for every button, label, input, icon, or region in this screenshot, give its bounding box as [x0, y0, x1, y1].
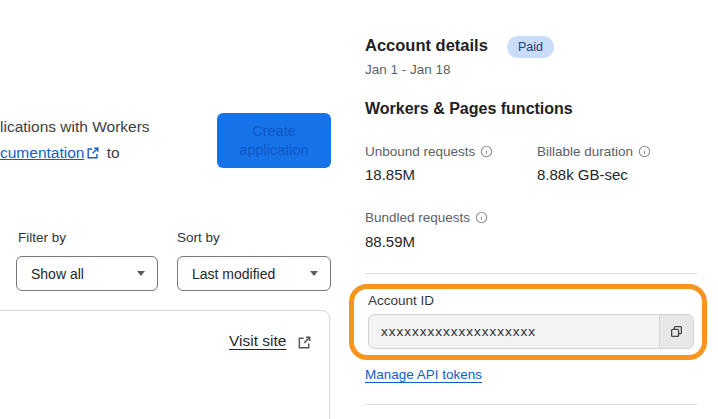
info-icon[interactable]: [475, 211, 488, 224]
info-icon[interactable]: [480, 145, 493, 158]
filter-dropdown-value: Show all: [31, 266, 84, 282]
visit-site-link[interactable]: Visit site: [229, 332, 286, 350]
info-icon[interactable]: [638, 145, 651, 158]
external-link-icon: [297, 335, 311, 349]
copy-icon: [669, 324, 684, 339]
documentation-link[interactable]: cumentation: [0, 144, 84, 161]
sort-dropdown-value: Last modified: [192, 266, 275, 282]
copy-button[interactable]: [659, 315, 693, 348]
account-details-title: Account details: [365, 36, 488, 55]
intro-text: lications with Workers cumentation to: [0, 114, 210, 166]
bundled-requests-label: Bundled requests: [365, 210, 488, 225]
manage-api-tokens-link[interactable]: Manage API tokens: [365, 367, 482, 382]
project-card: [0, 310, 330, 419]
workers-pages-dashboard: lications with Workers cumentation to Cr…: [0, 0, 718, 419]
chevron-down-icon: [137, 271, 145, 276]
paid-badge: Paid: [507, 36, 554, 58]
chevron-down-icon: [310, 271, 318, 276]
intro-line2-suffix: to: [107, 144, 120, 161]
sort-by-label: Sort by: [177, 230, 220, 245]
account-id-label: Account ID: [368, 293, 434, 308]
unbound-requests-label: Unbound requests: [365, 144, 493, 159]
filter-by-label: Filter by: [18, 230, 66, 245]
account-id-input[interactable]: [369, 315, 659, 348]
workers-pages-functions-title: Workers & Pages functions: [365, 100, 573, 118]
divider: [365, 273, 697, 274]
unbound-requests-value: 18.85M: [365, 166, 415, 183]
bundled-requests-value: 88.59M: [365, 233, 415, 250]
date-range: Jan 1 - Jan 18: [365, 62, 451, 77]
filter-dropdown[interactable]: Show all: [16, 256, 158, 291]
create-application-button[interactable]: Create application: [217, 113, 331, 168]
divider: [365, 404, 697, 405]
intro-line1: lications with Workers: [0, 118, 150, 135]
account-id-field-group: [368, 314, 694, 349]
billable-duration-value: 8.88k GB-sec: [537, 166, 628, 183]
sort-dropdown[interactable]: Last modified: [177, 256, 331, 291]
external-link-icon: [86, 142, 100, 156]
billable-duration-label: Billable duration: [537, 144, 651, 159]
